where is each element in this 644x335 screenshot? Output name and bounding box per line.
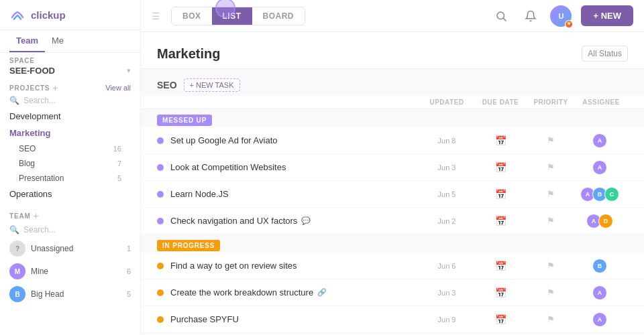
table-header: UPDATED DUE DATE PRIORITY ASSIGNEE: [141, 96, 644, 109]
sub-item-seo[interactable]: SEO 16: [0, 141, 140, 156]
flag-icon[interactable]: ⚑: [547, 162, 555, 172]
task-dot: [157, 137, 164, 144]
flag-icon[interactable]: ⚑: [547, 216, 555, 226]
topbar: ☰ BOX LIST BOARD U ▾ + NEW: [141, 0, 644, 32]
view-tab-list[interactable]: LIST: [212, 7, 252, 25]
logo-text: clickup: [31, 9, 66, 21]
task-priority: ⚑: [527, 261, 574, 271]
task-assignee: B: [574, 259, 628, 273]
task-row[interactable]: Find a way to get on review sites Jun 6 …: [141, 253, 644, 279]
status-badge-messed-up: MESSED UP: [157, 115, 212, 126]
task-priority: ⚑: [527, 216, 574, 226]
nav-tab-me[interactable]: Me: [45, 30, 70, 52]
seo-label: SEO: [157, 80, 177, 90]
task-row[interactable]: Create the work breakdown structure 🔗 Ju…: [141, 279, 644, 306]
project-development[interactable]: Development: [0, 108, 140, 125]
task-dot: [157, 316, 164, 323]
task-priority: ⚑: [527, 314, 574, 324]
chat-icon: 🔗: [317, 288, 327, 297]
space-chevron[interactable]: ▾: [127, 66, 131, 75]
flag-icon[interactable]: ⚑: [547, 189, 555, 199]
view-tab-board[interactable]: BOARD: [252, 7, 305, 25]
topbar-icons: U ▾ + NEW: [491, 5, 633, 27]
calendar-icon[interactable]: 📅: [495, 162, 506, 173]
team-member-unassigned[interactable]: ? Unassigned 1: [0, 237, 140, 260]
task-row[interactable]: Learn Node.JS Jun 5 📅 ⚑ A B C: [141, 181, 644, 208]
search-icon: 🔍: [9, 96, 19, 105]
content-header: Marketing All Status: [141, 32, 644, 69]
task-dot: [157, 218, 164, 224]
task-name: Look at Competition Websites: [170, 162, 420, 172]
task-priority: ⚑: [527, 135, 574, 145]
task-row[interactable]: Look at Competition Websites Jun 3 📅 ⚑ A: [141, 154, 644, 181]
task-assignee: A: [574, 285, 628, 300]
status-group-messed-up: MESSED UP: [141, 109, 644, 127]
task-assignee: A: [574, 133, 628, 148]
projects-add-btn[interactable]: +: [52, 82, 58, 93]
content-area: Marketing All Status SEO + NEW TASK UPDA…: [141, 32, 644, 335]
sidebar: clickup Team Me SPACE SEE-FOOD ▾ PROJECT…: [0, 0, 141, 335]
new-button[interactable]: + NEW: [581, 5, 633, 26]
task-updated: Jun 3: [420, 163, 474, 172]
task-duedate: 📅: [474, 162, 527, 173]
calendar-icon[interactable]: 📅: [495, 189, 506, 200]
view-tab-box[interactable]: BOX: [172, 7, 212, 25]
user-avatar[interactable]: U ▾: [550, 5, 572, 27]
task-updated: Jun 9: [420, 316, 474, 324]
status-group-in-progress: IN PROGRESS: [141, 234, 644, 253]
calendar-icon[interactable]: 📅: [495, 135, 506, 146]
avatar-mine: M: [9, 263, 25, 279]
task-dot: [157, 263, 164, 269]
task-duedate: 📅: [474, 216, 527, 226]
task-name: Learn Node.JS: [170, 189, 420, 199]
projects-search[interactable]: 🔍 Search...: [0, 93, 140, 108]
team-section-label: TEAM: [9, 212, 31, 220]
sub-item-presentation[interactable]: Presentation 5: [0, 171, 140, 186]
task-row[interactable]: Set up Google Ad for Aviato Jun 8 📅 ⚑ A: [141, 127, 644, 154]
flag-icon[interactable]: ⚑: [547, 287, 555, 297]
calendar-icon[interactable]: 📅: [495, 216, 506, 226]
task-updated: Jun 3: [420, 289, 474, 297]
new-task-btn[interactable]: + NEW TASK: [184, 78, 240, 92]
flag-icon[interactable]: ⚑: [547, 314, 555, 324]
task-row[interactable]: Check navigation and UX factors 💬 Jun 2 …: [141, 208, 644, 234]
calendar-icon[interactable]: 📅: [495, 314, 506, 325]
avatar-bighead: B: [9, 286, 25, 302]
flag-icon[interactable]: ⚑: [547, 261, 555, 271]
team-add-btn[interactable]: +: [34, 210, 39, 221]
view-all-btn[interactable]: View all: [105, 84, 131, 92]
task-updated: Jun 5: [420, 190, 474, 198]
chat-icon: 💬: [301, 216, 311, 225]
task-updated: Jun 8: [420, 137, 474, 145]
all-status-btn[interactable]: All Status: [582, 46, 628, 62]
page-title: Marketing: [157, 46, 220, 62]
task-duedate: 📅: [474, 135, 527, 146]
calendar-icon[interactable]: 📅: [495, 261, 506, 271]
task-name: Create the work breakdown structure 🔗: [170, 287, 420, 297]
projects-section-label: PROJECTS: [9, 84, 50, 92]
flag-icon[interactable]: ⚑: [547, 135, 555, 145]
task-updated: Jun 2: [420, 217, 474, 225]
team-search[interactable]: 🔍 Search...: [0, 222, 140, 237]
calendar-icon[interactable]: 📅: [495, 287, 506, 298]
svg-line-1: [504, 18, 506, 21]
task-duedate: 📅: [474, 261, 527, 271]
task-name: Check navigation and UX factors 💬: [170, 216, 420, 226]
team-member-bighead[interactable]: B Big Head 5: [0, 283, 140, 306]
team-member-mine[interactable]: M Mine 6: [0, 260, 140, 283]
space-label: SPACE: [9, 57, 131, 64]
task-row[interactable]: Purchase SPYFU Jun 9 📅 ⚑ A: [141, 306, 644, 333]
project-marketing[interactable]: Marketing: [0, 125, 140, 141]
task-name: Set up Google Ad for Aviato: [170, 135, 420, 145]
logo-icon: [9, 7, 25, 23]
search-btn[interactable]: [491, 6, 511, 26]
task-assignee: A B C: [574, 187, 628, 202]
task-duedate: 📅: [474, 189, 527, 200]
avatar-unassigned: ?: [9, 241, 25, 257]
sort-icon[interactable]: ☰: [152, 11, 160, 21]
sub-item-blog[interactable]: Blog 7: [0, 156, 140, 171]
nav-tab-team[interactable]: Team: [9, 30, 45, 52]
task-duedate: 📅: [474, 314, 527, 325]
project-operations[interactable]: Operations: [0, 186, 140, 202]
notifications-btn[interactable]: [521, 6, 541, 26]
